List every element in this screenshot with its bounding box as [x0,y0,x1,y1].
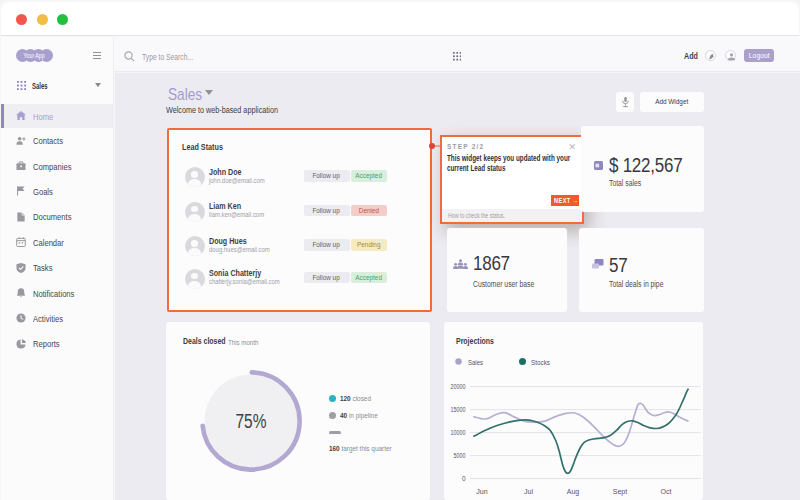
svg-text:0: 0 [462,475,466,482]
svg-text:Jul: Jul [524,488,533,495]
svg-text:Sept: Sept [613,488,627,496]
svg-text:Jun: Jun [476,488,487,495]
svg-text:Aug: Aug [567,488,580,496]
svg-text:Sales: Sales [468,358,483,367]
svg-text:75%: 75% [236,410,267,432]
svg-text:10000: 10000 [451,429,466,436]
svg-text:5000: 5000 [454,452,466,459]
svg-text:Stocks: Stocks [531,358,550,367]
svg-text:Oct: Oct [661,488,672,495]
svg-text:15000: 15000 [451,406,466,413]
svg-text:20000: 20000 [451,383,466,390]
